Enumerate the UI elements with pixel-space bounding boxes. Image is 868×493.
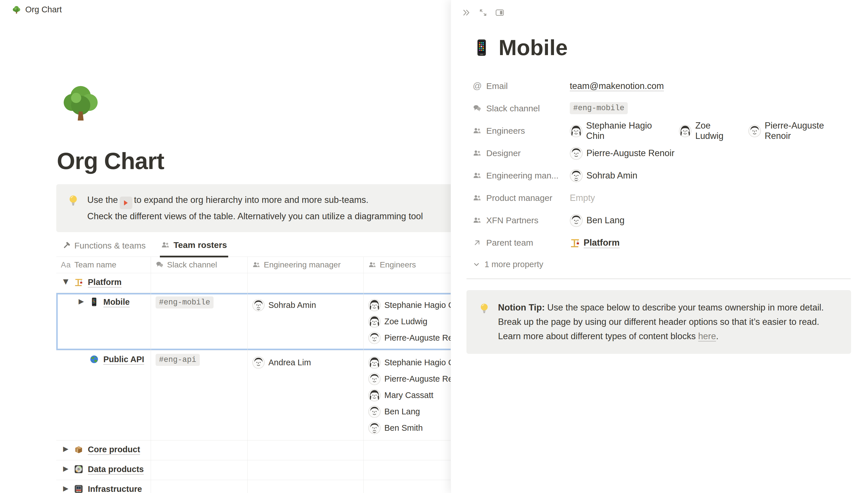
column-header-engineering-manager[interactable]: Engineering manager [248,257,364,273]
avatar [748,125,761,137]
person-chip[interactable]: Pierre-Auguste Renoir [570,147,675,160]
callout-text: Use theto expand the org hierarchy into … [87,193,423,223]
phone-icon [88,297,100,308]
property-engineers: Engineers Stephanie Hagio Chin Zoe Ludwi… [473,120,851,142]
notion-window: Org Chart Org Chart Use theto expand the… [0,0,868,493]
table-row-mobile[interactable]: ▶ Mobile #eng-mobile Sohrab Amin [56,293,504,350]
light-bulb-icon [67,193,80,208]
avatar [252,357,264,369]
person-chip[interactable]: Ben Lang [570,214,624,227]
avatar [368,357,381,369]
property-label[interactable]: Designer [473,148,570,158]
manager-cell[interactable] [248,441,364,460]
table-row-infrastructure[interactable]: ▶ Infrastructure [56,480,504,493]
expand-toggle-icon[interactable]: ▶ [76,297,86,305]
avatar [368,406,381,418]
manager-cell[interactable] [248,480,364,493]
team-table: Aa Team name Slack channel Engineering m… [56,257,504,493]
slack-cell[interactable]: #eng-mobile [151,293,248,350]
table-row-core-product[interactable]: ▶ Core product [56,441,504,460]
at-icon: @ [473,81,481,91]
avatar [679,125,692,137]
person-chip[interactable]: Stephanie Hagio Chin [570,121,671,141]
property-label[interactable]: Engineers [473,126,570,136]
avatar [252,299,264,312]
slack-cell[interactable] [151,441,248,460]
slack-cell[interactable]: #eng-api [151,350,248,440]
phone-icon[interactable] [473,39,490,57]
slack-cell[interactable] [151,460,248,480]
avatar [368,373,381,385]
property-slack-channel: Slack channel #eng-mobile [473,97,851,120]
person-chip[interactable]: Sohrab Amin [252,297,359,313]
property-label[interactable]: Parent team [473,238,570,248]
team-page-link[interactable]: Public API [103,355,144,364]
column-header-slack-channel[interactable]: Slack channel [151,257,248,273]
expand-toggle-icon[interactable]: ▶ [61,485,70,492]
tab-team-rosters[interactable]: Team rosters [160,237,228,257]
property-label[interactable]: XFN Partners [473,215,570,225]
team-page-link[interactable]: Infrastructure [88,485,142,493]
team-page-link[interactable]: Data products [88,465,144,474]
slack-cell[interactable] [151,480,248,493]
here-link[interactable]: here [698,331,716,341]
crane-icon [570,238,580,248]
side-peek-icon[interactable] [495,8,504,17]
package-icon [73,445,84,456]
expand-icon[interactable] [479,8,488,17]
people-icon [473,171,481,180]
property-list: @ Email team@makenotion.com Slack channe… [473,75,851,254]
text-type-icon: Aa [61,261,71,270]
avatar [368,299,381,312]
parent-team-page-link[interactable]: Platform [570,238,620,248]
avatar [570,125,583,137]
team-page-link[interactable]: Core product [88,445,140,454]
person-chip[interactable]: Sohrab Amin [570,169,637,182]
tab-functions-and-teams[interactable]: Functions & teams [61,237,147,257]
person-chip[interactable]: Andrea Lim [252,355,359,371]
avatar [368,422,381,434]
table-row-public-api[interactable]: Public API #eng-api Andrea Lim Steph [56,350,504,441]
people-icon [161,241,170,249]
property-engineering-manager: Engineering man... Sohrab Amin [473,165,851,187]
slack-cell[interactable] [151,273,248,293]
property-xfn-partners: XFN Partners Ben Lang [473,209,851,232]
property-label[interactable]: Engineering man... [473,171,570,180]
crane-icon [73,278,84,289]
property-product-manager: Product manager Empty [473,187,851,209]
page-icon-tree[interactable] [60,82,101,123]
property-label[interactable]: Slack channel [473,104,570,113]
team-page-link[interactable]: Platform [88,278,122,287]
people-icon [473,194,481,202]
table-row-platform[interactable]: ▼ Platform [56,273,504,293]
slack-channel-tag[interactable]: #eng-mobile [570,102,628,114]
manager-cell[interactable] [248,273,364,293]
property-label[interactable]: @ Email [473,81,570,91]
table-row-data-products[interactable]: ▶ Data products [56,460,504,480]
avatar [570,147,583,160]
more-properties-toggle[interactable]: 1 more property [473,260,851,269]
property-parent-team: Parent team Platform [473,232,851,254]
red-play-toggle-icon [120,197,132,209]
person-chip[interactable]: Pierre-Auguste Renoir [748,121,851,141]
expand-toggle-icon[interactable]: ▶ [61,465,70,473]
manager-cell[interactable]: Sohrab Amin [248,293,364,350]
avatar [368,315,381,328]
column-header-team-name[interactable]: Aa Team name [56,257,151,273]
property-label[interactable]: Product manager [473,193,570,203]
light-bulb-icon [478,300,490,316]
manager-cell[interactable]: Andrea Lim [248,350,364,440]
double-chevron-right-icon[interactable] [462,8,471,17]
team-page-link[interactable]: Mobile [103,297,130,307]
tip-text: Notion Tip: Use the space below to descr… [498,300,840,343]
empty-value[interactable]: Empty [570,193,595,203]
manager-cell[interactable] [248,460,364,480]
expand-toggle-icon[interactable]: ▶ [61,445,70,453]
tools-icon [62,241,70,250]
tree-icon [12,5,21,14]
collapse-toggle-icon[interactable]: ▼ [61,278,70,285]
breadcrumb[interactable]: Org Chart [0,0,62,19]
person-chip[interactable]: Zoe Ludwig [679,121,740,141]
dvd-icon [73,465,84,476]
email-link[interactable]: team@makenotion.com [570,81,664,91]
